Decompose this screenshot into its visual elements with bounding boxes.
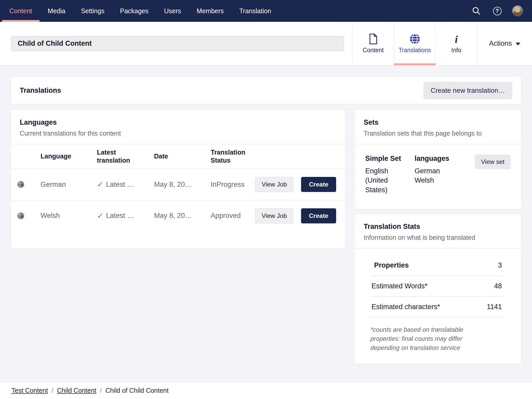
breadcrumb-separator: / <box>100 387 102 394</box>
create-new-translation-button[interactable]: Create new translation… <box>423 82 512 99</box>
tab-content[interactable]: Content <box>352 22 394 65</box>
view-job-button[interactable]: View Job <box>255 208 293 223</box>
translations-panel-header: Translations Create new translation… <box>11 77 521 104</box>
languages-table-header: Language Latest translation Date Transla… <box>11 144 345 169</box>
stats-row: Estimated characters* 1141 <box>370 297 503 317</box>
stats-value: 48 <box>494 282 502 290</box>
set-name: Simple Set <box>365 155 404 163</box>
title-wrap <box>0 22 352 65</box>
nav-item-packages[interactable]: Packages <box>112 0 156 22</box>
stats-label: Properties <box>371 261 409 269</box>
column-header-language: Language <box>41 149 90 164</box>
set-language-value: German <box>415 166 456 176</box>
set-value: English (United States) <box>365 166 404 195</box>
languages-title: Languages <box>20 118 336 127</box>
question-mark-glyph: ? <box>493 7 502 15</box>
top-nav-right: ? <box>471 0 532 22</box>
sets-card-head: Sets Translation sets that this page bel… <box>355 110 521 144</box>
help-icon[interactable]: ? <box>491 5 503 17</box>
translation-status: InProgress <box>211 181 255 189</box>
stats-label: Estimated characters* <box>371 303 440 311</box>
tab-content-label: Content <box>363 47 384 54</box>
actions-dropdown[interactable]: Actions <box>477 22 532 65</box>
stats-subtitle: Information on what is being translated <box>364 234 512 241</box>
top-nav-items: Content Media Settings Packages Users Me… <box>0 0 279 22</box>
set-languages-label: languages <box>415 155 456 163</box>
table-row: German ✓ Latest … May 8, 20… InProgress … <box>11 169 345 200</box>
sets-title: Sets <box>364 118 512 127</box>
check-icon: ✓ <box>97 212 103 220</box>
tab-translations-label: Translations <box>398 47 431 54</box>
stats-footnote: *counts are based on translatable proper… <box>370 325 469 352</box>
stats-row: Properties 3 <box>370 255 503 276</box>
column-header-translation-status: Translation Status <box>211 145 260 168</box>
latest-translation-text: Latest … <box>106 181 134 189</box>
stats-label: Estimated Words* <box>371 282 428 290</box>
languages-card-head: Languages Current translations for this … <box>11 110 345 144</box>
breadcrumb-link-child-content[interactable]: Child Content <box>57 387 96 394</box>
nav-item-media[interactable]: Media <box>40 0 73 22</box>
sets-subtitle: Translation sets that this page belongs … <box>364 130 512 137</box>
info-icon: i <box>455 33 458 45</box>
user-avatar[interactable] <box>512 5 523 16</box>
top-nav: Content Media Settings Packages Users Me… <box>0 0 532 22</box>
sets-body: Simple Set English (United States) langu… <box>355 144 521 209</box>
create-button[interactable]: Create <box>301 177 336 192</box>
stats-card-head: Translation Stats Information on what is… <box>355 214 521 248</box>
view-job-button[interactable]: View Job <box>255 177 293 192</box>
row-globe-icon <box>17 212 41 220</box>
tab-info-label: Info <box>451 47 461 54</box>
set-languages-column: languages German Welsh <box>415 155 456 185</box>
view-set-button[interactable]: View set <box>475 155 511 169</box>
tab-info[interactable]: i Info <box>435 22 477 65</box>
stats-title: Translation Stats <box>364 223 512 231</box>
check-icon: ✓ <box>97 181 103 188</box>
editor-tabs: Content Translations i <box>352 22 532 65</box>
stats-value: 3 <box>498 261 502 269</box>
right-column: Sets Translation sets that this page bel… <box>355 110 521 364</box>
divider <box>355 248 521 248</box>
latest-translation-text: Latest … <box>106 212 134 220</box>
languages-card: Languages Current translations for this … <box>11 110 345 248</box>
row-globe-icon <box>17 180 41 189</box>
latest-translation-cell: ✓ Latest … <box>97 212 154 220</box>
table-row: Welsh ✓ Latest … May 8, 20… Approved Vie… <box>11 200 345 231</box>
search-icon[interactable] <box>471 5 482 17</box>
stats-row: Estimated Words* 48 <box>370 276 503 297</box>
latest-translation-cell: ✓ Latest … <box>97 181 154 189</box>
nav-item-translation[interactable]: Translation <box>231 0 279 22</box>
content-columns: Languages Current translations for this … <box>11 110 521 364</box>
content-title-input[interactable] <box>11 36 344 51</box>
column-header-date: Date <box>154 149 203 164</box>
app-root: Content Media Settings Packages Users Me… <box>0 0 532 399</box>
stats-value: 1141 <box>487 303 502 311</box>
nav-item-members[interactable]: Members <box>189 0 231 22</box>
breadcrumb: Test Content / Child Content / Child of … <box>0 382 532 399</box>
translation-date: May 8, 20… <box>154 181 211 189</box>
breadcrumb-separator: / <box>51 387 53 394</box>
nav-item-users[interactable]: Users <box>156 0 189 22</box>
language-name: German <box>41 181 97 189</box>
set-column: Simple Set English (United States) <box>365 155 404 195</box>
main-content: Translations Create new translation… Lan… <box>0 65 532 382</box>
breadcrumb-link-test-content[interactable]: Test Content <box>11 387 48 394</box>
languages-subtitle: Current translations for this content <box>20 130 336 137</box>
translation-status: Approved <box>211 212 255 220</box>
breadcrumb-current: Child of Child Content <box>105 387 169 394</box>
nav-item-content[interactable]: Content <box>2 0 40 22</box>
tab-translations[interactable]: Translations <box>394 22 435 65</box>
language-name: Welsh <box>41 212 97 220</box>
create-button[interactable]: Create <box>301 208 336 223</box>
chevron-down-icon <box>516 43 520 45</box>
set-language-value: Welsh <box>415 176 456 185</box>
translation-stats-card: Translation Stats Information on what is… <box>355 214 521 364</box>
actions-label: Actions <box>489 39 512 48</box>
column-header-latest-translation: Latest translation <box>97 145 146 168</box>
translations-panel-title: Translations <box>20 87 61 95</box>
translation-date: May 8, 20… <box>154 212 211 220</box>
nav-item-settings[interactable]: Settings <box>73 0 112 22</box>
editor-header: Content Translations i <box>0 22 532 65</box>
stats-rows: Properties 3 Estimated Words* 48 Estimat… <box>370 255 503 317</box>
globe-icon <box>409 33 421 45</box>
sets-card: Sets Translation sets that this page bel… <box>355 110 521 209</box>
